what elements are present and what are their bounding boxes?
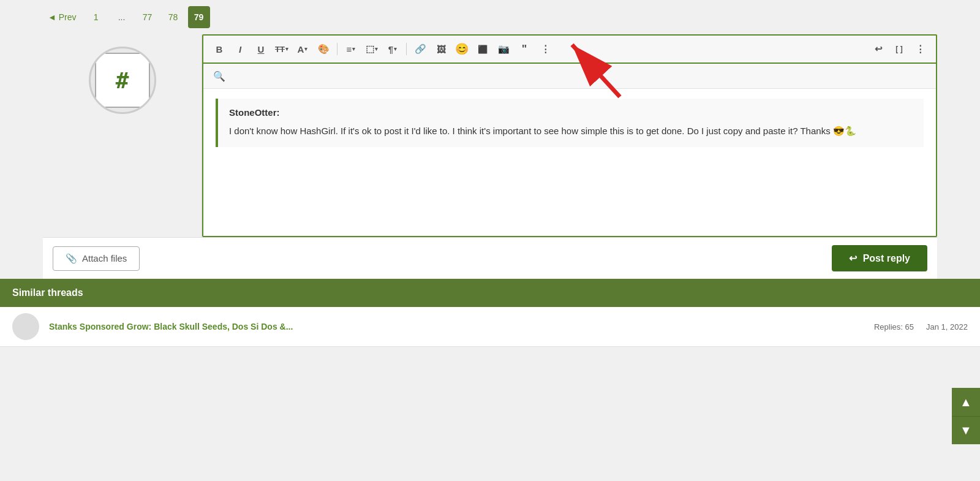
- link-button[interactable]: 🔗: [410, 39, 430, 59]
- pagination: ◄ Prev 1 ... 77 78 79: [0, 0, 980, 34]
- more-button-1[interactable]: ⋮: [535, 39, 555, 59]
- paperclip-icon: 📎: [66, 253, 77, 264]
- similar-threads-header: Similar threads: [0, 279, 980, 307]
- scroll-up-button[interactable]: ▲: [952, 388, 980, 416]
- page-79-current: 79: [188, 6, 210, 28]
- compose-wrapper: # B I U TT A 🎨 ≡ ⬚ ¶ 🔗 🖼 😊 ⬛ 📷 " ⋮ ↩: [43, 34, 937, 237]
- attach-files-label: Attach files: [82, 253, 127, 263]
- strikethrough-button[interactable]: TT: [272, 39, 292, 59]
- page-78[interactable]: 78: [162, 6, 184, 28]
- editor-toolbar: B I U TT A 🎨 ≡ ⬚ ¶ 🔗 🖼 😊 ⬛ 📷 " ⋮ ↩ [ ] ⋮: [203, 36, 936, 64]
- reply-icon: ↩: [849, 252, 857, 264]
- file-search-button[interactable]: 🔍: [209, 66, 229, 86]
- avatar: #: [89, 47, 156, 114]
- toolbar-row2: 🔍: [203, 64, 936, 89]
- toolbar-sep-1: [337, 43, 337, 55]
- page-77[interactable]: 77: [137, 6, 159, 28]
- emoji-button[interactable]: 😊: [452, 39, 472, 59]
- page-1[interactable]: 1: [85, 6, 107, 28]
- post-reply-label: Post reply: [863, 253, 910, 264]
- attach-files-button[interactable]: 📎 Attach files: [53, 246, 140, 271]
- prev-page[interactable]: ◄ Prev: [43, 6, 81, 28]
- thread-title[interactable]: Stanks Sponsored Grow: Black Skull Seeds…: [49, 322, 864, 331]
- toolbar-sep-2: [406, 43, 407, 55]
- post-reply-button[interactable]: ↩ Post reply: [832, 245, 927, 271]
- brackets-button[interactable]: [ ]: [889, 39, 909, 59]
- thread-avatar: [12, 313, 39, 340]
- toolbar-right: ↩ [ ] ⋮: [869, 39, 930, 59]
- scroll-down-button[interactable]: ▼: [952, 416, 980, 444]
- bold-button[interactable]: B: [209, 39, 229, 59]
- list-button[interactable]: ≡: [341, 39, 361, 59]
- font-color-button[interactable]: A: [293, 39, 312, 59]
- quote-author: StoneOtter:: [229, 107, 915, 118]
- more-button-2[interactable]: ⋮: [910, 39, 930, 59]
- paragraph-button[interactable]: ¶: [383, 39, 402, 59]
- undo-button[interactable]: ↩: [869, 39, 888, 59]
- editor-area: B I U TT A 🎨 ≡ ⬚ ¶ 🔗 🖼 😊 ⬛ 📷 " ⋮ ↩ [ ] ⋮: [202, 34, 937, 237]
- avatar-sidebar: #: [43, 34, 202, 237]
- quote-button[interactable]: ": [514, 39, 534, 59]
- image-button[interactable]: 🖼: [431, 39, 451, 59]
- media-button[interactable]: ⬛: [473, 39, 492, 59]
- align-button[interactable]: ⬚: [362, 39, 382, 59]
- pagination-dots: ...: [111, 6, 133, 28]
- quote-block: StoneOtter: I don't know how HashGirl. I…: [216, 99, 924, 147]
- thread-date: Jan 1, 2022: [926, 322, 968, 331]
- similar-thread-item[interactable]: Stanks Sponsored Grow: Black Skull Seeds…: [0, 307, 980, 347]
- underline-button[interactable]: U: [251, 39, 271, 59]
- replies-label: Replies: 65: [874, 322, 914, 331]
- similar-threads-wrapper: Similar threads Stanks Sponsored Grow: B…: [0, 279, 980, 347]
- quote-text: I don't know how HashGirl. If it's ok to…: [229, 124, 915, 138]
- italic-button[interactable]: I: [230, 39, 250, 59]
- scroll-buttons: ▲ ▼: [952, 388, 980, 444]
- palette-button[interactable]: 🎨: [314, 39, 333, 59]
- editor-content[interactable]: StoneOtter: I don't know how HashGirl. I…: [203, 89, 936, 236]
- action-bar: 📎 Attach files ↩ Post reply: [43, 237, 937, 279]
- thread-meta: Replies: 65 Jan 1, 2022: [874, 322, 968, 331]
- camera-button[interactable]: 📷: [494, 39, 513, 59]
- avatar-image: #: [95, 53, 150, 108]
